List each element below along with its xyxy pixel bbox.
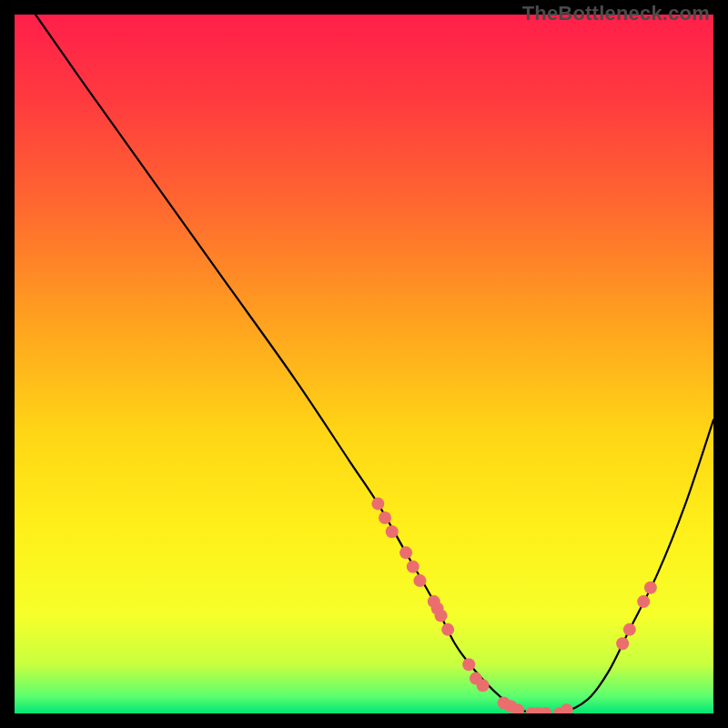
data-marker xyxy=(441,623,454,636)
data-marker xyxy=(434,609,447,622)
watermark-text: TheBottleneck.com xyxy=(522,2,710,25)
data-marker xyxy=(616,637,629,650)
data-marker xyxy=(413,574,426,587)
data-marker xyxy=(407,561,420,573)
bottleneck-chart xyxy=(15,15,713,713)
chart-frame xyxy=(15,15,713,713)
data-marker xyxy=(637,595,650,608)
data-marker xyxy=(379,511,391,524)
data-marker xyxy=(399,546,412,559)
data-marker xyxy=(386,525,399,538)
data-marker xyxy=(644,581,657,594)
gradient-background xyxy=(15,15,713,713)
data-marker xyxy=(623,623,636,636)
data-marker xyxy=(371,498,384,511)
data-marker xyxy=(477,679,490,692)
data-marker xyxy=(462,658,475,671)
